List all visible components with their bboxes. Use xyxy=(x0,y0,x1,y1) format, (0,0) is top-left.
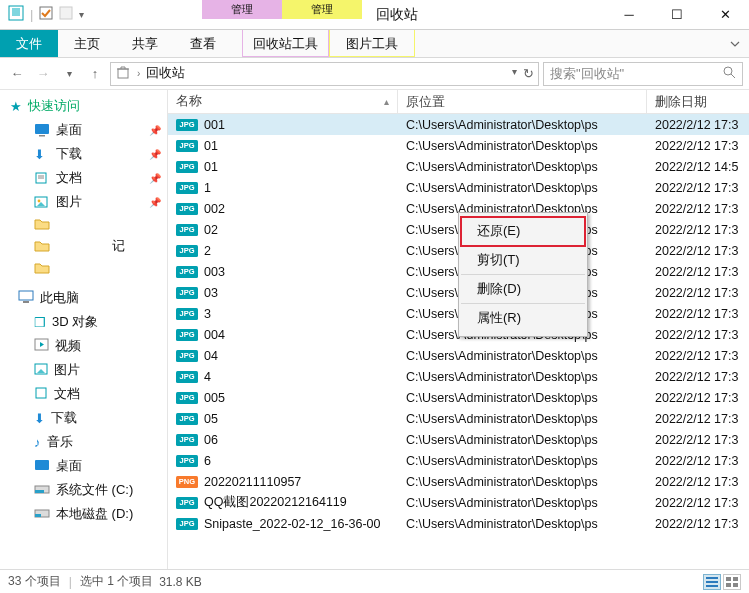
file-tab[interactable]: 文件 xyxy=(0,30,58,57)
col-name-header[interactable]: 名称 ▴ xyxy=(168,90,398,113)
sidebar-item-label: 文档 xyxy=(56,169,82,187)
details-view-button[interactable] xyxy=(703,574,721,590)
file-date: 2022/2/12 17:3 xyxy=(647,202,749,216)
table-row[interactable]: JPG1C:\Users\Administrator\Desktop\ps202… xyxy=(168,177,749,198)
sidebar-item-folder2[interactable] xyxy=(0,258,167,278)
table-row[interactable]: JPG6C:\Users\Administrator\Desktop\ps202… xyxy=(168,450,749,471)
file-name: 20220211110957 xyxy=(204,475,301,489)
sidebar-item-desktop[interactable]: 桌面 📌 xyxy=(0,118,167,142)
address-bar-row: ← → ▾ ↑ › 回收站 ▾ ↻ 搜索"回收站" xyxy=(0,58,749,90)
menu-restore[interactable]: 还原(E) xyxy=(461,217,585,246)
sidebar-item-downloads[interactable]: ⬇ 下载 📌 xyxy=(0,142,167,166)
sidebar-item-desktop2[interactable]: 桌面 xyxy=(0,454,167,478)
col-path-header[interactable]: 原位置 xyxy=(398,90,647,113)
search-input[interactable]: 搜索"回收站" xyxy=(543,62,743,86)
qat-blank-icon[interactable] xyxy=(59,6,73,23)
status-divider: | xyxy=(69,575,72,589)
svg-rect-24 xyxy=(706,577,718,579)
sidebar-item-label: 此电脑 xyxy=(40,289,79,307)
table-row[interactable]: JPG001C:\Users\Administrator\Desktop\ps2… xyxy=(168,114,749,135)
sidebar-item-documents[interactable]: 文档 📌 xyxy=(0,166,167,190)
svg-rect-4 xyxy=(118,69,128,78)
filetype-icon: JPG xyxy=(176,371,198,383)
music-icon: ♪ xyxy=(34,435,41,450)
file-path: C:\Users\Administrator\Desktop\ps xyxy=(398,160,647,174)
sidebar-item-music[interactable]: ♪音乐 xyxy=(0,430,167,454)
table-row[interactable]: JPG4C:\Users\Administrator\Desktop\ps202… xyxy=(168,366,749,387)
refresh-button[interactable]: ↻ xyxy=(523,66,534,81)
file-path: C:\Users\Administrator\Desktop\ps xyxy=(398,454,647,468)
col-date-header[interactable]: 删除日期 xyxy=(647,90,749,113)
sidebar-item-ddrive[interactable]: 本地磁盘 (D:) xyxy=(0,502,167,526)
sidebar-item-videos[interactable]: 视频 xyxy=(0,334,167,358)
address-bar[interactable]: › 回收站 ▾ ↻ xyxy=(110,62,539,86)
sidebar-item-label: 系统文件 (C:) xyxy=(56,481,133,499)
address-dropdown-icon[interactable]: ▾ xyxy=(512,66,517,81)
table-row[interactable]: JPG05C:\Users\Administrator\Desktop\ps20… xyxy=(168,408,749,429)
recent-dropdown-icon[interactable]: ▾ xyxy=(58,63,80,85)
breadcrumb[interactable]: 回收站 xyxy=(146,65,185,82)
contextual-caption-2: 管理 xyxy=(282,0,362,19)
file-date: 2022/2/12 17:3 xyxy=(647,118,749,132)
icons-view-button[interactable] xyxy=(723,574,741,590)
home-tab[interactable]: 主页 xyxy=(58,30,116,57)
table-row[interactable]: JPGSnipaste_2022-02-12_16-36-00C:\Users\… xyxy=(168,513,749,534)
sidebar-item-label: 桌面 xyxy=(56,457,82,475)
qat-dropdown-icon[interactable]: ▾ xyxy=(79,9,84,20)
menu-delete[interactable]: 删除(D) xyxy=(461,275,585,304)
file-name: Snipaste_2022-02-12_16-36-00 xyxy=(204,517,381,531)
table-row[interactable]: JPG04C:\Users\Administrator\Desktop\ps20… xyxy=(168,345,749,366)
table-row[interactable]: JPG01C:\Users\Administrator\Desktop\ps20… xyxy=(168,156,749,177)
share-tab[interactable]: 共享 xyxy=(116,30,174,57)
svg-point-13 xyxy=(38,200,41,203)
forward-button[interactable]: → xyxy=(32,63,54,85)
file-date: 2022/2/12 17:3 xyxy=(647,517,749,531)
sidebar-item-notes[interactable]: 记 xyxy=(0,234,167,258)
sidebar-item-cdrive[interactable]: 系统文件 (C:) xyxy=(0,478,167,502)
quick-access[interactable]: ★ 快速访问 xyxy=(0,94,167,118)
filetype-icon: JPG xyxy=(176,392,198,404)
recycle-tools-tab[interactable]: 回收站工具 xyxy=(242,30,329,57)
sidebar-item-pictures2[interactable]: 图片 xyxy=(0,358,167,382)
table-row[interactable]: JPG06C:\Users\Administrator\Desktop\ps20… xyxy=(168,429,749,450)
desktop-icon xyxy=(34,459,50,473)
recycle-bin-icon xyxy=(115,64,131,83)
filetype-icon: JPG xyxy=(176,329,198,341)
filetype-icon: JPG xyxy=(176,350,198,362)
sort-asc-icon: ▴ xyxy=(384,96,389,107)
table-row[interactable]: JPG005C:\Users\Administrator\Desktop\ps2… xyxy=(168,387,749,408)
table-row[interactable]: JPGQQ截图20220212164119C:\Users\Administra… xyxy=(168,492,749,513)
drive-icon xyxy=(34,483,50,498)
up-button[interactable]: ↑ xyxy=(84,63,106,85)
file-date: 2022/2/12 17:3 xyxy=(647,496,749,510)
menu-properties[interactable]: 属性(R) xyxy=(461,304,585,332)
maximize-button[interactable]: ☐ xyxy=(653,0,701,29)
filetype-icon: JPG xyxy=(176,434,198,446)
sidebar-item-3d[interactable]: ❒3D 对象 xyxy=(0,310,167,334)
ribbon-expand-button[interactable] xyxy=(721,30,749,57)
table-row[interactable]: PNG20220211110957C:\Users\Administrator\… xyxy=(168,471,749,492)
sidebar-item-pictures[interactable]: 图片 📌 xyxy=(0,190,167,214)
back-button[interactable]: ← xyxy=(6,63,28,85)
contextual-tab-picture: 管理 xyxy=(282,0,362,29)
download-icon: ⬇ xyxy=(34,411,45,426)
menu-cut[interactable]: 剪切(T) xyxy=(461,246,585,275)
picture-tools-tab[interactable]: 图片工具 xyxy=(329,30,415,57)
sidebar-item-folder1[interactable] xyxy=(0,214,167,234)
this-pc[interactable]: 此电脑 xyxy=(0,286,167,310)
file-date: 2022/2/12 17:3 xyxy=(647,307,749,321)
table-row[interactable]: JPG01C:\Users\Administrator\Desktop\ps20… xyxy=(168,135,749,156)
file-date: 2022/2/12 17:3 xyxy=(647,223,749,237)
view-tab[interactable]: 查看 xyxy=(174,30,232,57)
file-name: 04 xyxy=(204,349,218,363)
ribbon: 文件 主页 共享 查看 回收站工具 图片工具 xyxy=(0,30,749,58)
filetype-icon: PNG xyxy=(176,476,198,488)
close-button[interactable]: ✕ xyxy=(701,0,749,29)
minimize-button[interactable]: ─ xyxy=(605,0,653,29)
sidebar-item-label: 图片 xyxy=(56,193,82,211)
qat-checkbox-icon[interactable] xyxy=(39,6,53,23)
filetype-icon: JPG xyxy=(176,245,198,257)
sidebar-item-documents2[interactable]: 文档 xyxy=(0,382,167,406)
pin-icon: 📌 xyxy=(149,149,161,160)
sidebar-item-downloads2[interactable]: ⬇下载 xyxy=(0,406,167,430)
